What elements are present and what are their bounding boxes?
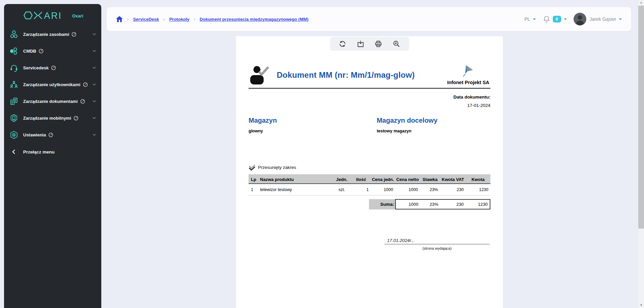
gauge-icon [71, 32, 76, 37]
servicedesk-icon [9, 63, 18, 72]
download-button[interactable] [355, 39, 366, 49]
column-header-kwota-vat: Kwota VAT [440, 174, 466, 184]
cell-kwota-vat: 230 [440, 184, 466, 195]
gauge-icon [48, 132, 53, 137]
signature-caption: (strona wydająca) [384, 246, 490, 250]
summary-label: Suma: [369, 199, 395, 209]
warehouses: Magazyn glowny Magazyn docelowy testowy … [249, 117, 490, 133]
breadcrumb-link-protokoly[interactable]: Protokoły [169, 17, 190, 22]
cell-cena-jedn-netto: 1000 [371, 184, 395, 195]
column-header-lp: Lp [249, 174, 259, 184]
signature-block: 17.01.2024r., (strona wydająca) [384, 238, 490, 250]
cell-nazwa-produktu: telewizor testowy [259, 184, 332, 195]
print-button[interactable] [373, 39, 384, 49]
collapse-menu-label: Przełącz menu [23, 149, 55, 155]
sidebar-item-zarzadzanie-mobilnymi[interactable]: Zarządzanie mobilnymi [4, 110, 101, 126]
document-title: Dokument MM (nr: Mm/1/mag-glow) [277, 70, 415, 80]
chevron-down-icon[interactable] [93, 100, 96, 102]
sidebar-item-ustawienia[interactable]: Ustawienia [4, 126, 101, 143]
scrollbar-thumb[interactable] [638, 6, 644, 229]
column-header-kwota-brutto: Kwota Brutto [466, 174, 490, 184]
caret-down-icon[interactable] [533, 18, 536, 20]
zoom-in-button[interactable] [391, 39, 402, 49]
sidebar: ARI Oxari Zarządzanie zasobami [4, 4, 101, 308]
breadcrumb-separator: › [194, 16, 196, 22]
home-icon[interactable] [116, 16, 123, 22]
caret-down-icon[interactable] [564, 18, 567, 20]
notification-count-badge: 0 [553, 16, 561, 22]
oxari-logo-text: Oxari [72, 13, 83, 18]
summary-cena-netto: 1000 [396, 200, 420, 209]
summary-values: 1000 23% 230 1230 [395, 199, 490, 209]
topbar-right: PL 0 [525, 13, 622, 25]
document-toolbar [330, 37, 409, 51]
document-header: Dokument MM (nr: Mm/1/mag-glow) Infonet … [249, 65, 490, 85]
cell-lp: 1 [249, 184, 259, 195]
target-warehouse-value: testowy magazyn [377, 129, 490, 133]
header-divider [249, 88, 490, 89]
users-icon [9, 80, 18, 89]
breadcrumb-link-dokument-mm[interactable]: Dokument przesunięcia międzymagazynowego… [200, 17, 308, 22]
user-name[interactable]: Jarek Gąsior [590, 16, 616, 22]
column-header-cena-netto: Cena netto [395, 174, 420, 184]
column-header-ilosc: Ilość [352, 174, 371, 184]
sidebar-nav: Zarządzanie zasobami CMDB [4, 26, 101, 160]
caret-down-icon[interactable] [619, 18, 622, 20]
gauge-icon [73, 116, 78, 121]
column-header-nazwa-produktu: Nazwa produktu [259, 174, 332, 184]
document-date: Data dokumentu: 17-01-2024 [249, 95, 490, 108]
signature-date: 17.01.2024r., [384, 238, 490, 244]
mobile-icon [9, 114, 18, 122]
column-header-cena-jedn-netto: Cena jedn. netto [371, 174, 395, 184]
section-title: Przesunięty zakres [258, 165, 296, 170]
chevron-down-icon[interactable] [93, 67, 96, 69]
breadcrumb-link-servicedesk[interactable]: ServiceDesk [133, 17, 159, 22]
date-label: Data dokumentu: [249, 95, 490, 100]
cell-ilosc: 1 [352, 184, 371, 195]
column-header-jedn: Jedn. [332, 174, 352, 184]
double-check-icon [249, 164, 256, 171]
source-warehouse-label: Magazyn [249, 117, 377, 124]
sidebar-item-zarzadzanie-uzytkownikami[interactable]: Zarządzanie użytkownikami [4, 76, 101, 93]
chevron-down-icon[interactable] [93, 33, 96, 35]
topbar: › ServiceDesk › Protokoły › Dokument prz… [107, 7, 631, 31]
vertical-scrollbar[interactable]: ▲ ▼ [638, 0, 644, 308]
chevron-down-icon[interactable] [93, 50, 96, 52]
cell-cena-netto: 1000 [395, 184, 420, 195]
notifications-button[interactable]: 0 [543, 15, 561, 23]
scrollbar-down-arrow[interactable]: ▼ [638, 304, 644, 307]
sidebar-item-label: Zarządzanie dokumentami [23, 99, 78, 104]
person-check-icon [249, 65, 271, 85]
summary-kwota-brutto: 1230 [466, 200, 490, 209]
breadcrumb-separator: › [127, 16, 129, 22]
cell-jedn: szt. [332, 184, 352, 195]
bell-icon [543, 15, 550, 23]
scrollbar-up-arrow[interactable]: ▲ [638, 1, 644, 4]
cell-stawka-vat: 23% [420, 184, 440, 195]
gauge-icon [83, 82, 88, 87]
moved-range-section: Przesunięty zakres [249, 164, 490, 171]
table-row: 1 telewizor testowy szt. 1 1000 1000 23%… [249, 184, 490, 195]
sidebar-item-zarzadzanie-zasobami[interactable]: Zarządzanie zasobami [4, 26, 101, 43]
sidebar-item-cmdb[interactable]: CMDB [4, 43, 101, 59]
assets-icon [9, 30, 18, 39]
breadcrumb-separator: › [163, 16, 165, 22]
collapse-menu-button[interactable]: Przełącz menu [4, 143, 101, 160]
svg-text:ARI: ARI [44, 11, 62, 21]
chevron-down-icon[interactable] [93, 134, 96, 136]
refresh-button[interactable] [337, 39, 348, 49]
summary-spacer [249, 199, 369, 209]
language-selector[interactable]: PL [525, 16, 530, 22]
source-warehouse: Magazyn glowny [249, 117, 377, 133]
sidebar-item-zarzadzanie-dokumentami[interactable]: Zarządzanie dokumentami [4, 93, 101, 110]
summary-stawka-vat: 23% [420, 200, 440, 209]
cmdb-icon [9, 47, 18, 55]
company-name: Infonet Projekt SA [446, 80, 490, 85]
chevron-down-icon[interactable] [93, 117, 96, 119]
oxari-logo[interactable]: ARI Oxari [4, 4, 101, 21]
chevron-down-icon[interactable] [93, 83, 96, 85]
sidebar-item-servicedesk[interactable]: Servicedesk [4, 59, 101, 76]
oxari-logo-icon: ARI [22, 10, 69, 21]
sidebar-item-label: CMDB [23, 49, 36, 54]
user-avatar[interactable] [574, 13, 586, 25]
